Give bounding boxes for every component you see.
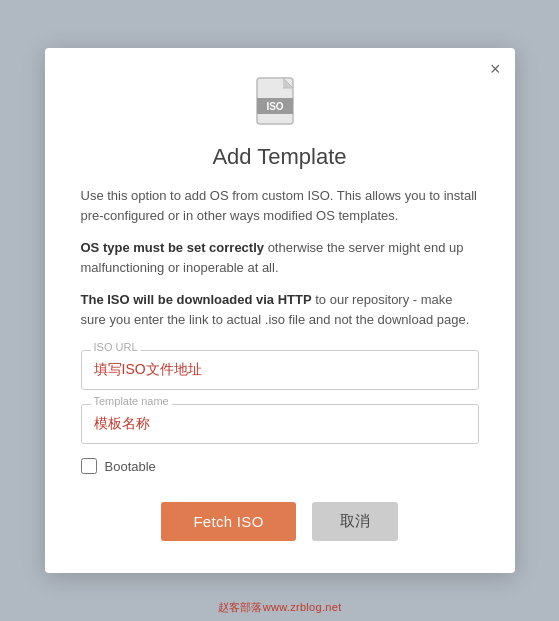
modal-dialog: × ISO Add Template Use this option to ad… <box>45 48 515 574</box>
watermark: 赵客部落www.zrblog.net <box>218 600 342 615</box>
cancel-button[interactable]: 取消 <box>312 502 398 541</box>
bootable-label[interactable]: Bootable <box>105 459 156 474</box>
iso-url-input[interactable] <box>81 350 479 390</box>
svg-text:ISO: ISO <box>266 101 283 112</box>
button-row: Fetch ISO 取消 <box>81 502 479 541</box>
fetch-iso-button[interactable]: Fetch ISO <box>161 502 295 541</box>
template-name-group: Template name <box>81 404 479 444</box>
bootable-checkbox[interactable] <box>81 458 97 474</box>
iso-url-group: ISO URL <box>81 350 479 390</box>
bootable-row: Bootable <box>81 458 479 474</box>
modal-overlay: × ISO Add Template Use this option to ad… <box>0 0 559 621</box>
iso-url-label: ISO URL <box>91 341 141 353</box>
description-3: The ISO will be downloaded via HTTP to o… <box>81 290 479 330</box>
description-2: OS type must be set correctly otherwise … <box>81 238 479 278</box>
template-name-label: Template name <box>91 395 172 407</box>
iso-icon: ISO <box>253 76 307 132</box>
modal-title: Add Template <box>81 144 479 170</box>
close-button[interactable]: × <box>490 60 501 78</box>
description-1: Use this option to add OS from custom IS… <box>81 186 479 226</box>
template-name-input[interactable] <box>81 404 479 444</box>
icon-area: ISO <box>81 76 479 136</box>
